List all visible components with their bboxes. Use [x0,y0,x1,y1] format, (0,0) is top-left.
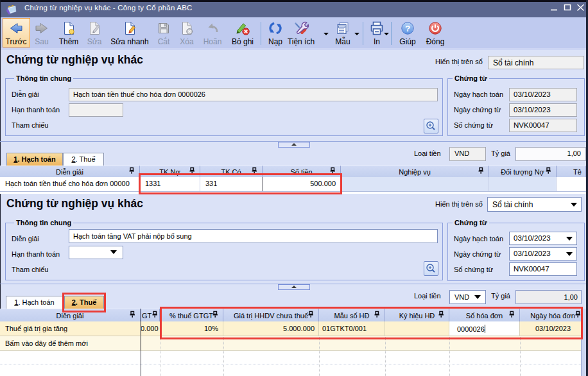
svg-text:?: ? [405,24,410,33]
